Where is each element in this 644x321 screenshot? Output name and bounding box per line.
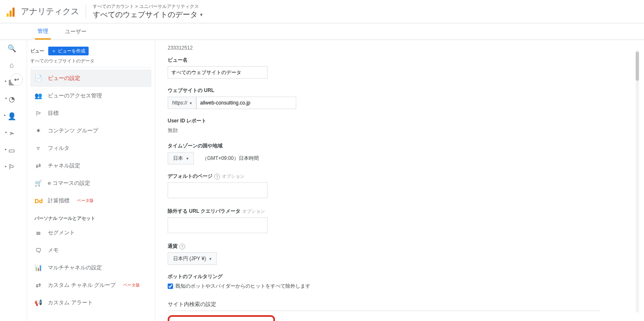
chevron-down-icon: ▼: [199, 12, 203, 17]
view-subtitle[interactable]: すべてのウェブサイトのデータ: [30, 58, 151, 68]
nav-custom-channel[interactable]: ⇄カスタム チャネル グループベータ版: [30, 276, 151, 294]
nav-label: チャネル設定: [48, 162, 80, 169]
custom-channel-icon: ⇄: [35, 281, 42, 289]
currency-select[interactable]: 日本円 (JPY ¥)▾: [168, 252, 217, 265]
default-page-label-text: デフォルトのページ: [168, 173, 213, 180]
nav-label: e コマースの設定: [48, 179, 90, 187]
protocol-select[interactable]: https://▾: [168, 97, 196, 109]
people-icon: 👥: [35, 92, 42, 100]
page-icon: 📄: [35, 75, 42, 82]
cart-icon: 🛒: [35, 179, 42, 187]
help-icon[interactable]: ?: [179, 244, 185, 249]
beta-tag: ベータ版: [123, 282, 140, 288]
search-icon[interactable]: 🔍: [7, 44, 16, 53]
currency-label-text: 通貨: [168, 243, 178, 250]
nav-label: 目標: [48, 109, 59, 117]
view-name-input[interactable]: [168, 66, 268, 79]
nav-view-access[interactable]: 👥ビューのアクセス管理: [30, 87, 151, 105]
bot-filter-checkbox[interactable]: [168, 284, 173, 289]
bot-filter-label: ボットのフィルタリング: [168, 273, 600, 280]
timezone-description: （GMT+09:00）日本時間: [202, 155, 259, 162]
timezone-country-select[interactable]: 日本▾: [168, 152, 194, 164]
segment-icon: ≣: [35, 229, 42, 236]
site-search-highlight: サイト内検索のトラッキング ? オプション オン: [168, 315, 275, 321]
option-suffix: オプション: [242, 208, 265, 214]
channel-icon: ⇄: [35, 162, 42, 169]
scrollbar-thumb[interactable]: [636, 52, 639, 81]
tab-user[interactable]: ユーザー: [62, 28, 89, 40]
userid-value: 無効: [168, 127, 600, 134]
currency-value: 日本円 (JPY ¥): [173, 255, 206, 262]
create-view-label: ビューを作成: [58, 48, 85, 54]
nav-annotations[interactable]: 🗨メモ: [30, 241, 151, 259]
nav-label: カスタム チャネル グループ: [48, 281, 116, 289]
create-view-button[interactable]: ＋ ビューを作成: [48, 47, 89, 55]
filter-icon: ▿: [35, 144, 42, 152]
view-id-value: 233312512: [168, 45, 600, 51]
main-content: 233312512 ビュー名 ウェブサイトの URL https://▾ Use…: [155, 40, 612, 321]
chart-icon: 📊: [35, 264, 42, 271]
chevron-down-icon: ▾: [190, 101, 192, 105]
help-icon[interactable]: ?: [214, 174, 220, 179]
property-picker[interactable]: すべてのアカウント > ユニバーサルアナリティクス すべてのウェブサイトのデータ…: [93, 3, 203, 20]
option-suffix: オプション: [222, 173, 245, 179]
nav-segments[interactable]: ≣セグメント: [30, 224, 151, 241]
protocol-value: https://: [172, 100, 187, 106]
nav-label: ビューの設定: [48, 75, 80, 82]
app-title: アナリティクス: [21, 6, 79, 17]
nav-label: セグメント: [48, 229, 75, 236]
content-icon: ✶: [35, 127, 42, 134]
site-search-section-title: サイト内検索の設定: [168, 298, 600, 311]
breadcrumb-title-text: すべてのウェブサイトのデータ: [93, 10, 198, 20]
logo-block: アナリティクス: [7, 6, 79, 17]
currency-label: 通貨 ?: [168, 243, 600, 250]
nav-goals[interactable]: 🏳目標: [30, 105, 151, 122]
timezone-label: タイムゾーンの国や地域: [168, 142, 600, 149]
plus-icon: ＋: [52, 48, 56, 54]
nav-view-settings[interactable]: 📄ビューの設定: [30, 70, 151, 87]
view-name-label: ビュー名: [168, 57, 600, 64]
tz-country-value: 日本: [173, 155, 183, 162]
default-page-label: デフォルトのページ ? オプション: [168, 173, 600, 180]
nav-label: 計算指標: [48, 197, 69, 204]
home-icon[interactable]: ⌂: [10, 61, 14, 70]
nav-calc-metrics[interactable]: Dd計算指標ベータ版: [30, 192, 151, 209]
audience-icon[interactable]: ▸👤: [7, 112, 16, 121]
nav-content-groups[interactable]: ✶コンテンツ グループ: [30, 122, 151, 139]
admin-nav-column: ↩ ビュー ＋ ビューを作成 すべてのウェブサイトのデータ 📄ビューの設定 👥ビ…: [27, 40, 151, 321]
nav-section-personal: パーソナル ツールとアセット: [30, 209, 151, 224]
url-label: ウェブサイトの URL: [168, 87, 600, 94]
realtime-icon[interactable]: ▸◔: [9, 95, 15, 104]
default-page-input[interactable]: [168, 182, 268, 198]
behavior-icon[interactable]: ▸▭: [8, 146, 15, 155]
flag-icon: 🏳: [35, 110, 42, 117]
bot-filter-text: 既知のボットやスパイダーからのヒットをすべて除外します: [176, 283, 310, 290]
breadcrumb-path: すべてのアカウント > ユニバーサルアナリティクス: [93, 3, 203, 10]
nav-multichannel[interactable]: 📊マルチチャネルの設定: [30, 259, 151, 276]
tab-admin[interactable]: 管理: [35, 27, 51, 40]
breadcrumb-title: すべてのウェブサイトのデータ ▼: [93, 10, 203, 20]
scrollbar[interactable]: [636, 50, 639, 313]
nav-label: メモ: [48, 246, 59, 254]
acquisition-icon[interactable]: ▸➣: [9, 129, 15, 138]
nav-filters[interactable]: ▿フィルタ: [30, 139, 151, 157]
alert-icon: 📢: [35, 299, 42, 306]
exclude-params-input[interactable]: [168, 217, 268, 233]
nav-ecommerce[interactable]: 🛒e コマースの設定: [30, 174, 151, 192]
exclude-label-text: 除外する URL クエリパラメータ: [168, 208, 240, 215]
nav-label: カスタム アラート: [48, 299, 93, 306]
back-button[interactable]: ↩: [10, 73, 23, 86]
admin-tabs: 管理 ユーザー: [0, 23, 644, 40]
url-input[interactable]: [196, 97, 296, 109]
bot-filter-checkbox-row[interactable]: 既知のボットやスパイダーからのヒットをすべて除外します: [168, 283, 600, 290]
dd-icon: Dd: [35, 197, 42, 204]
nav-label: マルチチャネルの設定: [48, 264, 102, 271]
conversions-icon[interactable]: ▸🏳: [8, 163, 15, 172]
view-heading: ビュー: [30, 48, 44, 54]
nav-label: フィルタ: [48, 144, 69, 152]
nav-custom-alerts[interactable]: 📢カスタム アラート: [30, 294, 151, 311]
beta-tag: ベータ版: [77, 198, 94, 204]
nav-channel-settings[interactable]: ⇄チャネル設定: [30, 157, 151, 174]
app-header: アナリティクス すべてのアカウント > ユニバーサルアナリティクス すべてのウェ…: [0, 0, 644, 23]
nav-label: ビューのアクセス管理: [48, 92, 102, 100]
